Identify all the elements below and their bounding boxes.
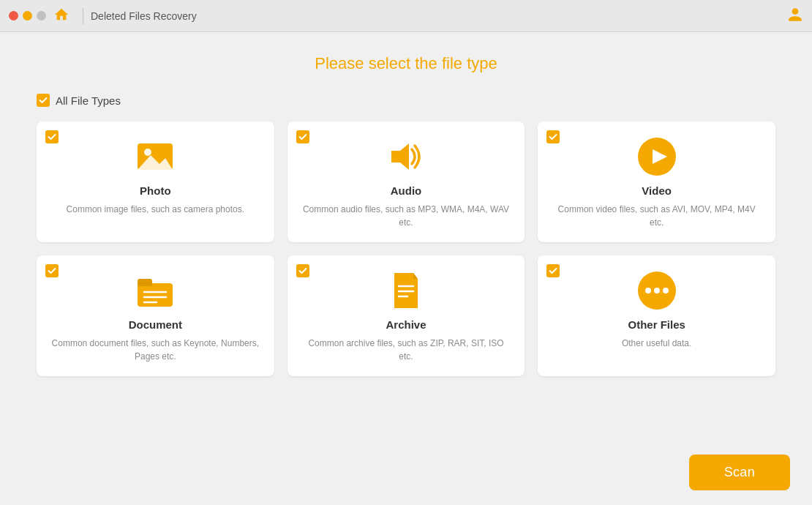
- svg-point-16: [654, 288, 660, 293]
- photo-checkbox[interactable]: [45, 130, 59, 143]
- svg-point-15: [645, 288, 651, 293]
- video-title: Video: [642, 184, 672, 197]
- audio-checkbox[interactable]: [296, 130, 309, 143]
- audio-title: Audio: [391, 184, 422, 197]
- document-checkbox[interactable]: [45, 264, 59, 277]
- svg-marker-3: [391, 143, 409, 170]
- traffic-lights: [9, 11, 46, 20]
- svg-rect-7: [138, 279, 152, 286]
- photo-desc: Common image files, such as camera photo…: [67, 203, 244, 216]
- all-file-types-checkbox[interactable]: [37, 94, 50, 107]
- file-types-grid: Photo Common image files, such as camera…: [37, 121, 775, 376]
- audio-card[interactable]: Audio Common audio files, such as MP3, W…: [287, 121, 525, 242]
- photo-card[interactable]: Photo Common image files, such as camera…: [37, 121, 274, 242]
- archive-icon: [386, 270, 426, 311]
- other-desc: Other useful data.: [622, 337, 691, 350]
- document-icon: [135, 270, 176, 311]
- video-card[interactable]: Video Common video files, such as AVI, M…: [538, 121, 775, 242]
- page-title: Please select the file type: [37, 54, 775, 73]
- user-icon[interactable]: [787, 7, 803, 26]
- main-content: Please select the file type All File Typ…: [0, 32, 812, 391]
- archive-title: Archive: [386, 318, 426, 331]
- scan-button[interactable]: Scan: [689, 454, 790, 490]
- all-file-types-label: All File Types: [56, 94, 121, 107]
- document-desc: Common document files, such as Keynote, …: [51, 337, 260, 363]
- divider: [83, 8, 83, 24]
- title-bar: Deleted Files Recovery: [0, 0, 812, 32]
- other-icon: [636, 270, 677, 311]
- window-title: Deleted Files Recovery: [91, 10, 197, 22]
- home-icon[interactable]: [53, 7, 69, 26]
- video-desc: Common video files, such as AVI, MOV, MP…: [552, 203, 761, 229]
- document-card[interactable]: Document Common document files, such as …: [37, 255, 274, 376]
- svg-point-1: [144, 149, 151, 156]
- other-title: Other Files: [628, 318, 685, 331]
- archive-desc: Common archive files, such as ZIP, RAR, …: [302, 337, 511, 363]
- audio-desc: Common audio files, such as MP3, WMA, M4…: [302, 203, 511, 229]
- archive-card[interactable]: Archive Common archive files, such as ZI…: [287, 255, 525, 376]
- minimize-button[interactable]: [23, 11, 32, 20]
- svg-point-17: [663, 288, 669, 293]
- other-card[interactable]: Other Files Other useful data.: [538, 255, 775, 376]
- document-title: Document: [129, 318, 182, 331]
- photo-icon: [135, 136, 176, 177]
- video-checkbox[interactable]: [546, 130, 560, 143]
- other-checkbox[interactable]: [546, 264, 560, 277]
- all-file-types-row[interactable]: All File Types: [37, 94, 775, 107]
- archive-checkbox[interactable]: [296, 264, 309, 277]
- audio-icon: [386, 136, 426, 177]
- maximize-button[interactable]: [37, 11, 46, 20]
- bottom-bar: Scan: [689, 454, 790, 490]
- close-button[interactable]: [9, 11, 18, 20]
- video-icon: [636, 136, 677, 177]
- photo-title: Photo: [140, 184, 171, 197]
